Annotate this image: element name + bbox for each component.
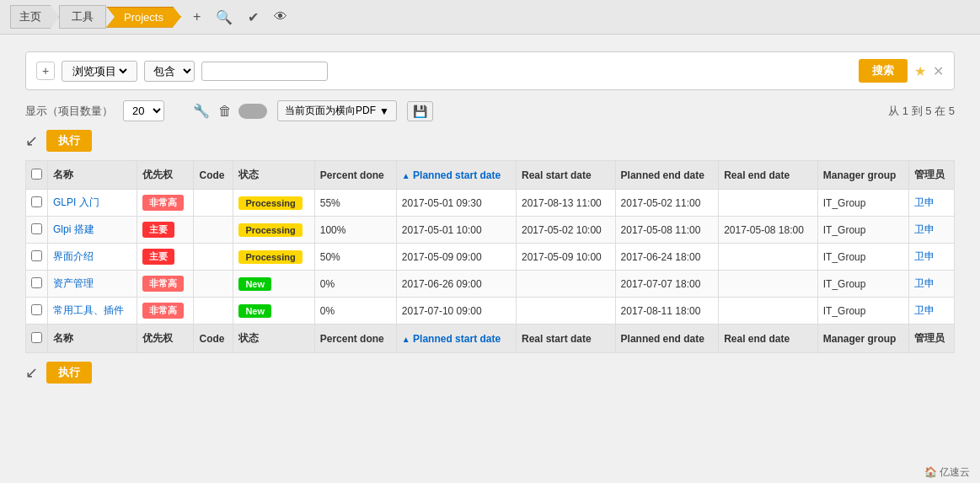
search-button[interactable]: 搜索: [859, 59, 908, 83]
breadcrumb: 主页 工具 Projects + 🔍 ✔ 👁: [0, 0, 980, 35]
nav-tools[interactable]: 工具: [59, 5, 106, 29]
add-icon[interactable]: +: [190, 8, 204, 26]
row-priority: 主要: [137, 217, 194, 244]
row-checkbox[interactable]: [26, 244, 48, 271]
row-status: Processing: [233, 217, 314, 244]
nav-home[interactable]: 主页: [10, 5, 59, 29]
contains-select[interactable]: 包含: [144, 61, 195, 82]
check-icon[interactable]: ✔: [244, 8, 262, 27]
header-planned-start[interactable]: ▲ Planned start date: [396, 161, 516, 190]
row-planned-end: 2017-08-11 18:00: [615, 298, 719, 325]
row-real-end: [719, 190, 818, 217]
manager-link[interactable]: 卫申: [914, 250, 934, 262]
search-input[interactable]: [201, 62, 328, 81]
search-icon[interactable]: 🔍: [212, 8, 236, 27]
toggle-button[interactable]: [238, 104, 267, 119]
manager-link[interactable]: 卫申: [914, 277, 934, 289]
manager-link[interactable]: 卫申: [914, 196, 934, 208]
row-status: Processing: [233, 244, 314, 271]
nav-projects[interactable]: Projects: [106, 7, 181, 28]
count-select[interactable]: 20: [123, 100, 164, 121]
priority-badge: 主要: [142, 249, 174, 265]
row-name[interactable]: Glpi 搭建: [48, 217, 137, 244]
footer-name: 名称: [48, 325, 137, 353]
status-badge: Processing: [238, 250, 302, 264]
save-button[interactable]: 💾: [407, 101, 433, 121]
back-icon-bottom: ↙: [25, 363, 38, 382]
wrench-icon[interactable]: 🔧: [191, 101, 212, 121]
pdf-button[interactable]: 当前页面为横向PDF ▼: [277, 100, 397, 121]
row-real-start: 2017-05-02 10:00: [517, 217, 616, 244]
table-row: GLPI 入门 非常高 Processing 55% 2017-05-01 09…: [26, 190, 955, 217]
header-planned-end: Planned end date: [615, 161, 719, 190]
clear-button[interactable]: ✕: [933, 63, 944, 79]
row-percent: 55%: [314, 190, 396, 217]
manager-link[interactable]: 卫申: [914, 223, 934, 235]
footer-code: Code: [194, 325, 233, 353]
row-checkbox[interactable]: [26, 271, 48, 298]
row-checkbox[interactable]: [26, 190, 48, 217]
header-checkbox[interactable]: [26, 161, 48, 190]
footer-manager: 管理员: [909, 325, 955, 353]
trash-icon[interactable]: 🗑: [217, 102, 233, 121]
manager-link[interactable]: 卫申: [914, 304, 934, 316]
row-checkbox[interactable]: [26, 217, 48, 244]
browse-dropdown[interactable]: 浏览项目: [69, 64, 130, 78]
favorite-button[interactable]: ★: [914, 63, 926, 79]
header-manager: 管理员: [909, 161, 955, 190]
footer-planned-end: Planned end date: [615, 325, 719, 353]
row-real-end: 2017-05-08 18:00: [719, 217, 818, 244]
sort-arrow-up: ▲: [402, 171, 410, 180]
footer-select-all[interactable]: [31, 332, 42, 343]
header-status: 状态: [233, 161, 314, 190]
row-planned-start: 2017-06-26 09:00: [396, 271, 516, 298]
row-checkbox[interactable]: [26, 298, 48, 325]
row-code: [194, 298, 233, 325]
row-name[interactable]: 常用工具、插件: [48, 298, 137, 325]
row-manager-group: IT_Group: [817, 298, 909, 325]
row-name[interactable]: 资产管理: [48, 271, 137, 298]
search-bar: + 浏览项目 包含 搜索 ★ ✕: [25, 51, 955, 90]
row-select-checkbox[interactable]: [31, 304, 42, 315]
row-select-checkbox[interactable]: [31, 223, 42, 234]
project-name-link[interactable]: 界面介绍: [53, 250, 94, 262]
contains-dropdown[interactable]: 包含: [145, 62, 194, 81]
tool-icons: 🔧 🗑: [191, 101, 267, 121]
execute-row-bottom: ↙ 执行: [25, 362, 955, 384]
row-code: [194, 217, 233, 244]
execute-button-bottom[interactable]: 执行: [46, 362, 92, 384]
table-row: 常用工具、插件 非常高 New 0% 2017-07-10 09:00 2017…: [26, 298, 955, 325]
row-priority: 主要: [137, 244, 194, 271]
row-name[interactable]: GLPI 入门: [48, 190, 137, 217]
header-name: 名称: [48, 161, 137, 190]
row-select-checkbox[interactable]: [31, 250, 42, 261]
row-name[interactable]: 界面介绍: [48, 244, 137, 271]
browse-select[interactable]: 浏览项目: [62, 61, 137, 82]
header-real-start: Real start date: [517, 161, 616, 190]
toolbar-row: 显示（项目数量） 20 🔧 🗑 当前页面为横向PDF ▼ 💾 从 1 到 5 在…: [25, 100, 955, 121]
row-planned-end: 2017-07-07 18:00: [615, 271, 719, 298]
row-select-checkbox[interactable]: [31, 196, 42, 207]
footer-real-start: Real start date: [517, 325, 616, 353]
footer-percent: Percent done: [314, 325, 396, 353]
projects-table: 名称 优先权 Code 状态 Percent done ▲ Planned st…: [25, 160, 955, 353]
priority-badge: 非常高: [142, 276, 184, 292]
search-add-button[interactable]: +: [36, 62, 55, 80]
table-footer-row: 名称 优先权 Code 状态 Percent done ▲ Planned st…: [26, 325, 955, 353]
header-real-end: Real end date: [719, 161, 818, 190]
row-planned-start: 2017-05-01 09:30: [396, 190, 516, 217]
project-name-link[interactable]: GLPI 入门: [53, 196, 99, 208]
row-planned-start: 2017-05-01 10:00: [396, 217, 516, 244]
footer-checkbox[interactable]: [26, 325, 48, 353]
footer-planned-start[interactable]: ▲ Planned start date: [396, 325, 516, 353]
execute-button-top[interactable]: 执行: [46, 130, 92, 152]
pdf-label: 当前页面为横向PDF: [285, 104, 376, 118]
row-code: [194, 271, 233, 298]
project-name-link[interactable]: 资产管理: [53, 277, 94, 289]
project-name-link[interactable]: Glpi 搭建: [53, 223, 94, 235]
project-name-link[interactable]: 常用工具、插件: [53, 304, 124, 316]
eye-icon[interactable]: 👁: [270, 8, 291, 26]
row-priority: 非常高: [137, 271, 194, 298]
select-all-checkbox[interactable]: [31, 169, 42, 180]
row-select-checkbox[interactable]: [31, 277, 42, 288]
